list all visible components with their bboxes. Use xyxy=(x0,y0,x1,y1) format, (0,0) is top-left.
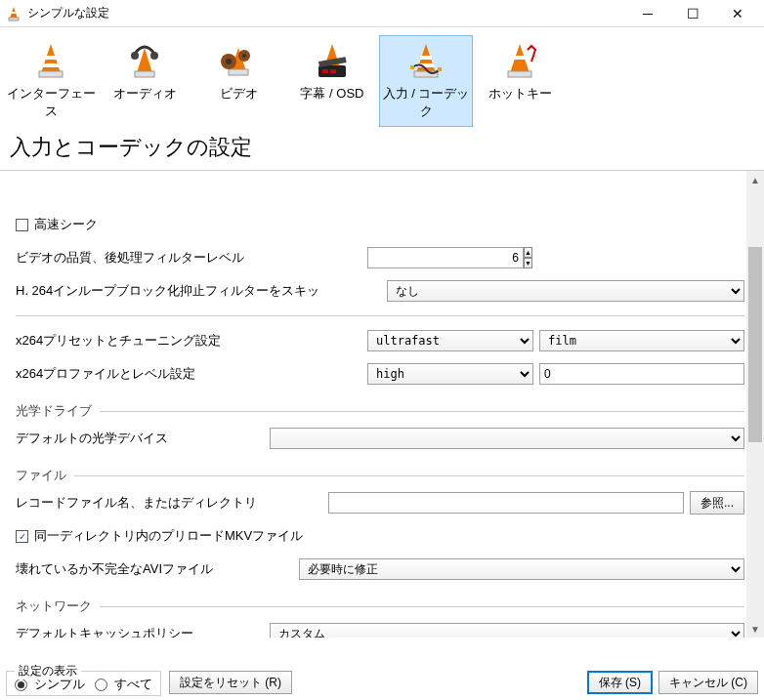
simple-radio[interactable] xyxy=(15,679,27,691)
svg-point-9 xyxy=(131,52,139,60)
broken-avi-select[interactable]: 必要時に修正 xyxy=(299,558,744,580)
svg-rect-20 xyxy=(322,69,328,73)
network-group-label: ネットワーク xyxy=(16,597,100,615)
preload-mkv-label: 同一ディレクトリ内のプリロードMKVファイル xyxy=(34,527,303,545)
titlebar: シンプルな設定 ─ ☐ ✕ xyxy=(0,0,764,27)
svg-rect-6 xyxy=(43,63,59,67)
tab-video[interactable]: ビデオ xyxy=(191,35,285,127)
svg-rect-1 xyxy=(9,18,19,21)
x264-profile-select[interactable]: high xyxy=(367,363,533,385)
svg-point-10 xyxy=(150,52,158,60)
tab-hotkeys[interactable]: ホットキー xyxy=(473,35,567,127)
scrollbar-thumb[interactable] xyxy=(748,247,762,442)
spin-down-icon[interactable]: ▼ xyxy=(524,258,532,268)
show-settings-legend: 設定の表示 xyxy=(15,663,81,679)
default-optical-select[interactable] xyxy=(270,428,744,449)
cable-cone-icon xyxy=(380,40,472,83)
all-radio[interactable] xyxy=(95,679,107,691)
headphones-cone-icon xyxy=(99,40,191,83)
svg-rect-8 xyxy=(135,71,154,77)
truncated-label: . xyxy=(16,185,367,199)
tab-subtitles[interactable]: 字幕 / OSD xyxy=(285,35,379,127)
maximize-button[interactable]: ☐ xyxy=(670,0,715,27)
tab-interface[interactable]: インターフェース xyxy=(4,35,98,127)
tab-input-codecs[interactable]: 入力 / コーデック xyxy=(379,35,473,127)
post-process-spinbox[interactable]: ▲▼ xyxy=(367,247,446,268)
default-optical-label: デフォルトの光学デバイス xyxy=(16,430,270,447)
svg-rect-4 xyxy=(39,71,63,77)
spin-up-icon[interactable]: ▲ xyxy=(524,247,532,258)
save-button[interactable]: 保存 (S) xyxy=(587,671,653,694)
svg-rect-21 xyxy=(330,69,336,73)
settings-content: . 高速シーク ビデオの品質、後処理フィルターレベル ▲▼ H. 264インルー… xyxy=(0,171,764,638)
cache-policy-select[interactable]: カスタム xyxy=(270,623,744,638)
fast-seek-row: 高速シーク xyxy=(16,210,744,239)
scroll-area: . 高速シーク ビデオの品質、後処理フィルターレベル ▲▼ H. 264インルー… xyxy=(0,171,764,638)
window-title: シンプルな設定 xyxy=(23,5,625,21)
category-toolbar: インターフェース オーディオ ビデオ 字幕 / OSD 入力 / コーデック ホ… xyxy=(0,27,764,127)
x264-level-input[interactable] xyxy=(539,363,744,385)
clapper-cone-icon xyxy=(286,40,378,83)
x264-tune-select[interactable]: film xyxy=(539,330,744,351)
svg-rect-27 xyxy=(438,67,442,71)
scroll-down-icon[interactable]: ▼ xyxy=(746,620,764,638)
fast-seek-label: 高速シーク xyxy=(34,216,98,233)
x264-preset-label: x264プリセットとチューニング設定 xyxy=(16,332,367,350)
cache-policy-label: デフォルトキャッシュポリシー xyxy=(16,625,270,638)
hotkey-cone-icon xyxy=(474,40,566,83)
bottom-bar: 設定の表示 シンプル すべて 設定をリセット (R) 保存 (S) キャンセル … xyxy=(0,649,764,700)
scroll-up-icon[interactable]: ▲ xyxy=(746,171,764,188)
x264-preset-select[interactable]: ultrafast xyxy=(367,330,533,351)
close-button[interactable]: ✕ xyxy=(715,0,760,27)
svg-point-16 xyxy=(242,54,246,58)
svg-rect-30 xyxy=(514,56,526,60)
all-radio-label: すべて xyxy=(114,677,152,691)
svg-rect-2 xyxy=(12,12,17,14)
show-settings-fieldset: 設定の表示 シンプル すべて xyxy=(6,671,161,696)
h264-skip-select[interactable]: なし xyxy=(387,280,744,302)
x264-profile-label: x264プロファイルとレベル設定 xyxy=(16,365,367,383)
record-path-input[interactable] xyxy=(328,492,684,514)
files-group-label: ファイル xyxy=(16,467,74,484)
app-icon xyxy=(4,4,23,23)
h264-skip-label: H. 264インループブロック化抑止フィルターをスキッ xyxy=(16,282,387,300)
film-cone-icon xyxy=(192,40,284,83)
page-title: 入力とコーデックの設定 xyxy=(0,127,764,171)
minimize-button[interactable]: ─ xyxy=(625,0,670,27)
svg-rect-12 xyxy=(229,69,248,75)
record-path-label: レコードファイル名、またはディレクトリ xyxy=(16,494,328,512)
svg-rect-24 xyxy=(420,56,432,60)
svg-rect-29 xyxy=(508,71,531,77)
svg-point-14 xyxy=(226,59,232,64)
browse-button[interactable]: 参照... xyxy=(690,491,744,515)
preload-mkv-checkbox[interactable]: ✓ xyxy=(16,530,28,543)
tab-audio[interactable]: オーディオ xyxy=(98,35,191,127)
vertical-scrollbar[interactable]: ▲ ▼ xyxy=(746,171,764,638)
cone-icon xyxy=(5,40,97,83)
cancel-button[interactable]: キャンセル (C) xyxy=(658,671,758,694)
fast-seek-checkbox[interactable] xyxy=(16,219,28,231)
reset-button[interactable]: 設定をリセット (R) xyxy=(169,671,292,694)
post-process-label: ビデオの品質、後処理フィルターレベル xyxy=(16,249,367,267)
svg-marker-7 xyxy=(137,48,152,73)
svg-rect-5 xyxy=(45,56,57,60)
post-process-input[interactable] xyxy=(367,247,524,268)
optical-group-label: 光学ドライブ xyxy=(16,402,100,420)
svg-rect-26 xyxy=(410,65,414,69)
broken-avi-label: 壊れているか不完全なAVIファイル xyxy=(16,560,299,578)
